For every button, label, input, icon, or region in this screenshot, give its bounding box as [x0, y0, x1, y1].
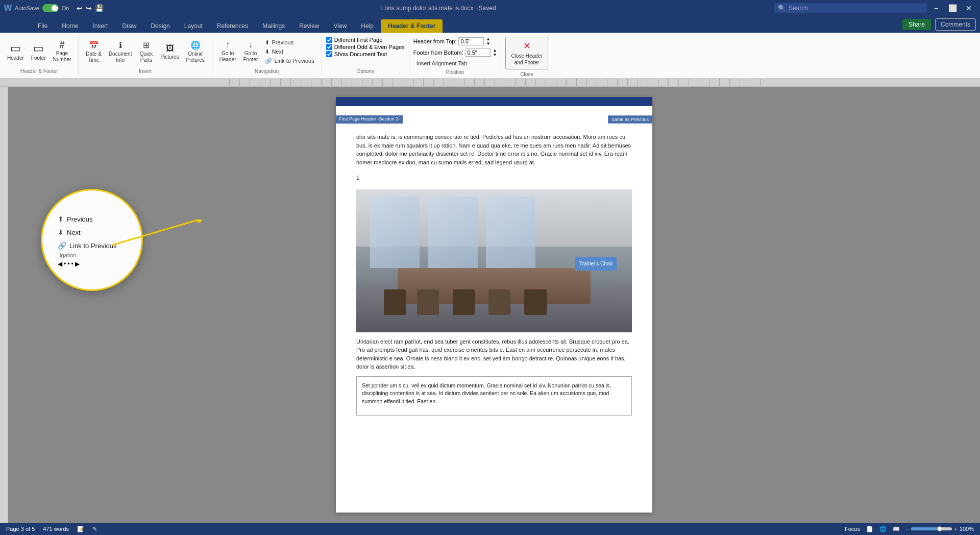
document-header-bar — [336, 97, 652, 106]
insert-group-label: Insert — [139, 66, 152, 74]
window-3 — [486, 197, 535, 268]
save-icon[interactable]: 💾 — [95, 4, 104, 12]
close-x-icon: ✕ — [523, 40, 531, 52]
option-different-odd-even: Different Odd & Even Pages — [326, 44, 405, 50]
callout-next-icon: ⬇ — [58, 228, 64, 236]
minimize-button[interactable]: − — [929, 1, 943, 15]
tab-mailings[interactable]: Mailings — [255, 19, 292, 33]
pictures-button[interactable]: 🖼 Pictures — [157, 42, 182, 62]
link-icon: 🔗 — [265, 58, 272, 64]
chair-5 — [524, 289, 546, 315]
header-button[interactable]: ▭ Header — [4, 41, 27, 63]
header-from-top-stepper[interactable]: ▲▼ — [486, 37, 490, 46]
tab-insert[interactable]: Insert — [85, 19, 115, 33]
insert-items: 📅 Date &Time ℹ DocumentInfo ⊞ QuickParts… — [83, 37, 207, 66]
footer-from-bottom-input[interactable] — [465, 48, 491, 57]
position-fields: Header from Top: ▲▼ Footer from Bottom: … — [413, 37, 497, 67]
redo-icon[interactable]: ↪ — [86, 4, 92, 12]
position-group-label: Position — [446, 67, 464, 75]
restore-button[interactable]: ⬜ — [945, 1, 960, 15]
different-odd-even-checkbox[interactable] — [326, 44, 332, 50]
goto-header-icon: ↑ — [226, 40, 230, 50]
svg-line-0 — [112, 220, 199, 245]
view-print-icon[interactable]: 📄 — [866, 526, 873, 532]
word-count: 471 words — [43, 526, 69, 532]
footer-icon: ▭ — [33, 43, 44, 54]
quick-parts-button[interactable]: ⊞ QuickParts — [136, 38, 156, 65]
title-bar-center: Loris sump dolor sits mate is.docx · Sav… — [104, 5, 774, 12]
page-number: 1 — [356, 175, 359, 181]
pictures-icon: 🖼 — [166, 44, 174, 53]
quick-parts-icon: ⊞ — [143, 40, 150, 50]
comments-button[interactable]: Comments — [935, 18, 976, 31]
option-different-first: Different First Page — [326, 37, 405, 43]
window-1 — [370, 197, 420, 268]
zoom-thumb[interactable] — [937, 526, 942, 531]
previous-button[interactable]: ⬆ Previous — [262, 38, 317, 47]
document-info-button[interactable]: ℹ DocumentInfo — [106, 38, 135, 65]
tab-home[interactable]: Home — [55, 19, 85, 33]
footer-from-bottom-row: Footer from Bottom: ▲▼ — [413, 48, 497, 57]
show-doc-text-checkbox[interactable] — [326, 51, 332, 57]
track-changes-icon[interactable]: ✎ — [92, 526, 97, 532]
goto-footer-button[interactable]: ↓ Go toFooter — [240, 38, 261, 65]
chair-2 — [417, 289, 439, 315]
undo-icon[interactable]: ↩ — [77, 4, 83, 12]
trainer-badge: Trainer's Chair — [575, 256, 617, 270]
focus-label[interactable]: Focus — [845, 526, 860, 532]
doc-area[interactable]: First Page Header -Section 2- Same as Pr… — [8, 87, 980, 523]
chair-3 — [453, 289, 475, 315]
footer-from-bottom-stepper[interactable]: ▲▼ — [493, 48, 497, 57]
zoom-in-icon[interactable]: + — [954, 526, 957, 532]
document-content: olor sits mate is, is communing consecra… — [336, 114, 652, 426]
goto-header-button[interactable]: ↑ Go toHeader — [216, 38, 239, 65]
ribbon-group-header-footer: ▭ Header ▭ Footer # PageNumber Header & … — [0, 35, 79, 76]
tab-header-footer[interactable]: Header & Footer — [381, 19, 443, 33]
paragraph-1: olor sits mate is, is communing consecra… — [356, 133, 632, 166]
svg-point-1 — [196, 220, 202, 223]
view-read-icon[interactable]: 📖 — [893, 526, 900, 532]
page-number-icon: # — [60, 40, 65, 50]
next-button[interactable]: ⬇ Next — [262, 47, 317, 56]
window-2 — [428, 197, 477, 268]
title-bar-left: W AutoSave On ↩ ↪ 💾 — [4, 4, 104, 13]
online-pictures-button[interactable]: 🌐 OnlinePictures — [183, 38, 208, 65]
tab-layout[interactable]: Layout — [177, 19, 210, 33]
insert-alignment-tab-button[interactable]: Insert Alignment Tab — [413, 59, 497, 67]
title-bar: W AutoSave On ↩ ↪ 💾 Loris sump dolor sit… — [0, 0, 980, 16]
nav-items: ↑ Go toHeader ↓ Go toFooter ⬆ Previous ⬇… — [216, 37, 317, 66]
options-checkboxes: Different First Page Different Odd & Eve… — [326, 37, 405, 57]
ribbon: ▭ Header ▭ Footer # PageNumber Header & … — [0, 33, 980, 79]
date-icon: 📅 — [89, 40, 99, 50]
close-button[interactable]: ✕ — [962, 1, 976, 15]
online-pictures-icon: 🌐 — [190, 40, 201, 50]
proofing-icon[interactable]: 📝 — [77, 526, 84, 532]
footer-button[interactable]: ▭ Footer — [28, 41, 49, 63]
header-from-top-row: Header from Top: ▲▼ — [413, 37, 497, 46]
search-box[interactable]: 🔍 — [774, 3, 927, 13]
tab-help[interactable]: Help — [354, 19, 381, 33]
page-number-button[interactable]: # PageNumber — [50, 38, 75, 65]
tab-review[interactable]: Review — [292, 19, 326, 33]
tab-design[interactable]: Design — [143, 19, 177, 33]
search-input[interactable] — [789, 5, 923, 12]
link-to-previous-button[interactable]: 🔗 Link to Previous — [262, 57, 317, 65]
share-button[interactable]: Share — [902, 19, 931, 30]
zoom-out-icon[interactable]: − — [906, 526, 909, 532]
different-first-checkbox[interactable] — [326, 37, 332, 43]
date-time-button[interactable]: 📅 Date &Time — [83, 38, 105, 65]
close-header-footer-button[interactable]: ✕ Close Headerand Footer — [505, 37, 548, 69]
zoom-level[interactable]: 100% — [960, 526, 974, 532]
view-web-icon[interactable]: 🌐 — [879, 526, 887, 532]
conference-room-image: Trainer's Chair — [356, 189, 632, 332]
autosave-toggle[interactable] — [42, 4, 59, 12]
tab-draw[interactable]: Draw — [115, 19, 143, 33]
status-bar: Page 3 of 5 471 words 📝 ✎ Focus 📄 🌐 📖 − … — [0, 523, 980, 535]
header-from-top-input[interactable] — [458, 37, 484, 45]
search-icon: 🔍 — [778, 5, 786, 12]
tab-file[interactable]: File — [31, 19, 55, 33]
autosave-label: AutoSave — [15, 5, 39, 11]
zoom-slider[interactable] — [911, 527, 952, 530]
tab-references[interactable]: References — [210, 19, 255, 33]
tab-view[interactable]: View — [327, 19, 354, 33]
